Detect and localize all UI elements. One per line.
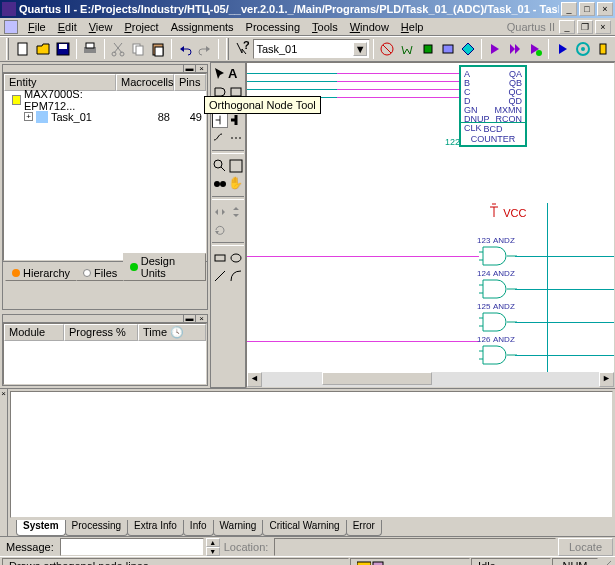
message-spinner[interactable]: ▲▼: [206, 538, 220, 556]
compile-button[interactable]: [486, 38, 504, 60]
entity-dropdown[interactable]: Task_01 ▼: [253, 39, 370, 59]
messages-list[interactable]: [10, 391, 613, 518]
wizard-button[interactable]: [594, 38, 612, 60]
rotate-tool[interactable]: [212, 222, 228, 238]
mdi-close-button[interactable]: ×: [595, 20, 611, 34]
menu-view[interactable]: View: [83, 19, 119, 35]
message-number-input[interactable]: [60, 538, 204, 556]
tab-warning[interactable]: Warning: [213, 520, 264, 536]
panel-close-button-2[interactable]: ×: [195, 315, 207, 323]
vcc-symbol[interactable]: VCC: [487, 203, 526, 219]
hierarchy-tree[interactable]: Entity Macrocells Pins MAX7000S: EPM712.…: [3, 73, 207, 261]
rubber-band-tool[interactable]: [212, 130, 228, 146]
pointer-tool[interactable]: [212, 66, 228, 82]
open-button[interactable]: [34, 38, 52, 60]
new-button[interactable]: [14, 38, 32, 60]
maximize-button[interactable]: □: [579, 2, 595, 16]
menu-assignments[interactable]: Assignments: [165, 19, 240, 35]
close-button[interactable]: ×: [597, 2, 613, 16]
and-gate-3[interactable]: 125 ANDZ: [479, 311, 517, 333]
programmer-button[interactable]: [553, 38, 571, 60]
save-button[interactable]: [54, 38, 72, 60]
text-tool[interactable]: A: [228, 66, 244, 82]
toolbar-grip[interactable]: [6, 38, 9, 60]
col-pins[interactable]: Pins: [174, 74, 206, 91]
flip-h-tool[interactable]: [212, 204, 228, 220]
timing-button[interactable]: [439, 38, 457, 60]
menu-file[interactable]: File: [22, 19, 52, 35]
menu-help[interactable]: Help: [395, 19, 430, 35]
simulate-button[interactable]: [526, 38, 544, 60]
line-tool[interactable]: [212, 268, 228, 284]
minimize-button[interactable]: _: [561, 2, 577, 16]
undo-button[interactable]: [176, 38, 194, 60]
oval-tool[interactable]: [228, 250, 244, 266]
partial-line-tool[interactable]: [228, 130, 244, 146]
settings-button[interactable]: [398, 38, 416, 60]
tab-design-units[interactable]: Design Units: [123, 253, 206, 281]
panel-pin-button[interactable]: ▬: [183, 65, 195, 73]
orthogonal-node-tool[interactable]: [212, 112, 228, 128]
tab-files[interactable]: Files: [76, 265, 124, 281]
zoom-tool[interactable]: [212, 158, 228, 174]
bcd-counter-symbol[interactable]: A B C D GN DNUP CLK QA QB QC QD MXMN RCO…: [459, 65, 527, 147]
fullscreen-tool[interactable]: [228, 158, 244, 174]
cut-button[interactable]: [109, 38, 127, 60]
mdi-minimize-button[interactable]: _: [559, 20, 575, 34]
panel-pin-button-2[interactable]: ▬: [183, 315, 195, 323]
scroll-left-button[interactable]: ◄: [247, 372, 262, 387]
assignments-button[interactable]: [378, 38, 396, 60]
arc-tool[interactable]: [228, 268, 244, 284]
col-time[interactable]: Time 🕓: [138, 324, 206, 341]
and-gate-2[interactable]: 124 ANDZ: [479, 278, 517, 300]
analysis-button[interactable]: [459, 38, 477, 60]
tab-hierarchy[interactable]: Hierarchy: [5, 265, 77, 281]
and-gate-1[interactable]: 123 ANDZ: [479, 245, 517, 267]
locate-button[interactable]: Locate: [558, 538, 613, 556]
tab-system[interactable]: System: [16, 520, 66, 536]
tab-error[interactable]: Error: [346, 520, 382, 536]
menu-window[interactable]: Window: [344, 19, 395, 35]
rect-tool[interactable]: [212, 250, 228, 266]
redo-button[interactable]: [196, 38, 214, 60]
orthogonal-bus-tool[interactable]: [228, 112, 244, 128]
print-button[interactable]: [81, 38, 99, 60]
toolbar-grip-2[interactable]: [226, 38, 229, 60]
hand-tool[interactable]: ✋: [228, 176, 244, 192]
menu-project[interactable]: Project: [118, 19, 164, 35]
signal-tap-button[interactable]: [574, 38, 592, 60]
paste-button[interactable]: [149, 38, 167, 60]
col-module[interactable]: Module: [4, 324, 64, 341]
canvas-h-scrollbar[interactable]: ◄ ►: [247, 372, 614, 387]
tab-extra-info[interactable]: Extra Info: [127, 520, 184, 536]
scroll-right-button[interactable]: ►: [599, 372, 614, 387]
context-help-button[interactable]: ?: [234, 38, 252, 60]
tab-info[interactable]: Info: [183, 520, 214, 536]
tab-critical-warning[interactable]: Critical Warning: [262, 520, 346, 536]
menu-edit[interactable]: Edit: [52, 19, 83, 35]
progress-list[interactable]: Module Progress % Time 🕓: [3, 323, 207, 385]
col-macrocells[interactable]: Macrocells: [116, 74, 174, 91]
mdi-child-icon[interactable]: [4, 20, 18, 34]
find-tool[interactable]: [212, 176, 228, 192]
mdi-restore-button[interactable]: ❐: [577, 20, 593, 34]
resize-grip-icon[interactable]: [599, 559, 613, 565]
tree-row-task[interactable]: +Task_01 88 49: [4, 108, 206, 125]
scroll-track[interactable]: [262, 372, 599, 387]
messages-grip[interactable]: ×: [0, 389, 8, 536]
chip-button[interactable]: [418, 38, 436, 60]
scroll-thumb[interactable]: [322, 372, 432, 385]
menu-processing[interactable]: Processing: [240, 19, 306, 35]
location-input[interactable]: [274, 538, 556, 556]
panel-close-button[interactable]: ×: [195, 65, 207, 73]
expand-icon[interactable]: +: [24, 112, 33, 121]
menu-tools[interactable]: Tools: [306, 19, 344, 35]
tab-processing[interactable]: Processing: [65, 520, 128, 536]
col-progress[interactable]: Progress %: [64, 324, 138, 341]
dropdown-arrow-icon[interactable]: ▼: [353, 42, 367, 56]
tree-row-device[interactable]: MAX7000S: EPM712...: [4, 91, 206, 108]
flip-v-tool[interactable]: [228, 204, 244, 220]
copy-button[interactable]: [129, 38, 147, 60]
compile-stop-button[interactable]: [506, 38, 524, 60]
and-gate-4[interactable]: 126 ANDZ: [479, 344, 517, 366]
